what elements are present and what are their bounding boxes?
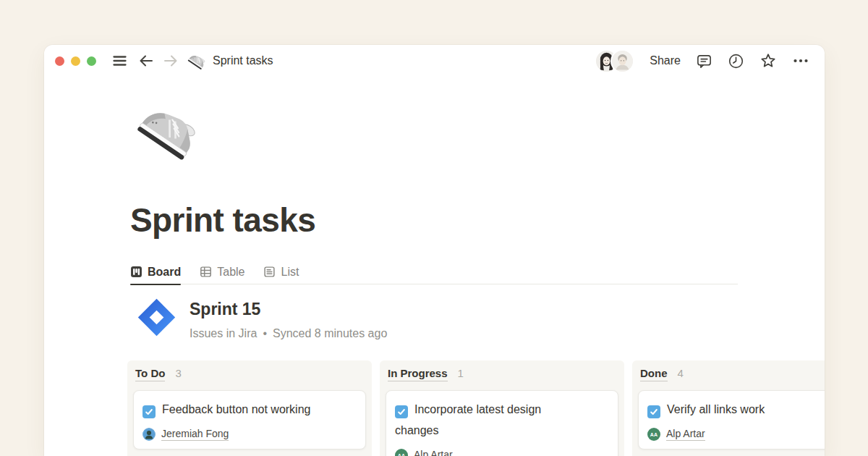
jira-logo-icon [137,297,176,337]
tab-list[interactable]: List [263,260,299,284]
assignee-name[interactable]: Alp Artar [666,428,705,441]
column-name[interactable]: In Progress [388,367,448,381]
checkbox-checked[interactable] [142,405,156,418]
favorite-star-icon[interactable] [760,52,777,69]
back-arrow-icon[interactable] [139,54,153,67]
share-button[interactable]: Share [650,54,681,67]
card-title-row: Verify all links work [647,399,825,420]
comments-icon[interactable] [696,53,712,69]
card-title: Incorporate latest design changes [395,403,541,436]
assignee-row: Jeremiah Fong [142,428,357,441]
sneaker-icon [189,53,206,69]
board-card[interactable]: Feedback button not working Jeremiah Fon… [133,390,366,449]
view-tabs: Board Table List [130,260,738,284]
column-count: 1 [458,367,464,379]
assignee-name[interactable]: Jeremiah Fong [161,428,229,441]
db-sync-status: Synced 8 minutes ago [273,327,387,340]
board-column-in-progress: In Progress 1 Incorporate latest design … [380,360,624,456]
avatar-jeremiah [142,428,156,441]
card-title-row: Feedback button not working [142,399,329,420]
titlebar-actions: Share [596,51,809,72]
page-icon-sneaker[interactable] [132,91,208,169]
hamburger-menu-icon[interactable] [113,55,127,67]
avatar-alp-artar: AA [395,449,408,456]
column-name[interactable]: Done [640,367,668,381]
board-card[interactable]: Verify all links work AA Alp Artar [638,390,825,449]
column-count: 3 [175,367,181,379]
column-count: 4 [678,367,684,379]
tab-table[interactable]: Table [200,260,244,284]
forward-arrow-icon[interactable] [163,54,178,67]
db-source: Issues in Jira [190,327,257,340]
app-window: Sprint tasks [44,45,825,456]
list-icon [263,266,276,278]
column-header: In Progress 1 [383,366,621,381]
column-name[interactable]: To Do [135,367,165,381]
more-ellipsis-icon[interactable] [792,52,809,69]
board-column-done: Done 4 Verify all links work AA Alp Arta… [632,360,825,456]
zoom-button[interactable] [87,56,96,66]
assignee-name[interactable]: Alp Artar [414,449,453,456]
card-title: Verify all links work [667,403,765,415]
updates-clock-icon[interactable] [728,53,744,69]
avatar-man[interactable] [612,51,633,72]
board-card[interactable]: Incorporate latest design changes AA Alp… [386,390,618,456]
titlebar: Sprint tasks [44,45,825,77]
presence-avatars[interactable] [596,51,633,72]
close-button[interactable] [55,56,64,66]
linked-db-title[interactable]: Sprint 15 [190,300,260,319]
titlebar-doc-title: Sprint tasks [213,54,273,67]
checkbox-checked[interactable] [647,405,660,418]
card-title: Feedback button not working [162,403,310,415]
column-header: Done 4 [635,366,825,381]
table-icon [200,266,212,278]
board-icon [130,266,142,278]
tab-board[interactable]: Board [130,260,181,284]
avatar-alp-artar: AA [647,428,660,441]
column-header: To Do 3 [130,366,369,381]
db-separator: • [263,327,267,340]
minimize-button[interactable] [71,56,80,66]
traffic-lights [55,56,96,66]
assignee-row: AA Alp Artar [395,449,609,456]
checkbox-checked[interactable] [395,405,408,418]
card-title-row: Incorporate latest design changes [395,399,582,441]
assignee-row: AA Alp Artar [647,428,825,441]
page-title: Sprint tasks [130,200,315,240]
linked-db-subtitle: Issues in Jira • Synced 8 minutes ago [190,327,387,340]
board-column-todo: To Do 3 Feedback button not working Jere… [127,360,372,456]
